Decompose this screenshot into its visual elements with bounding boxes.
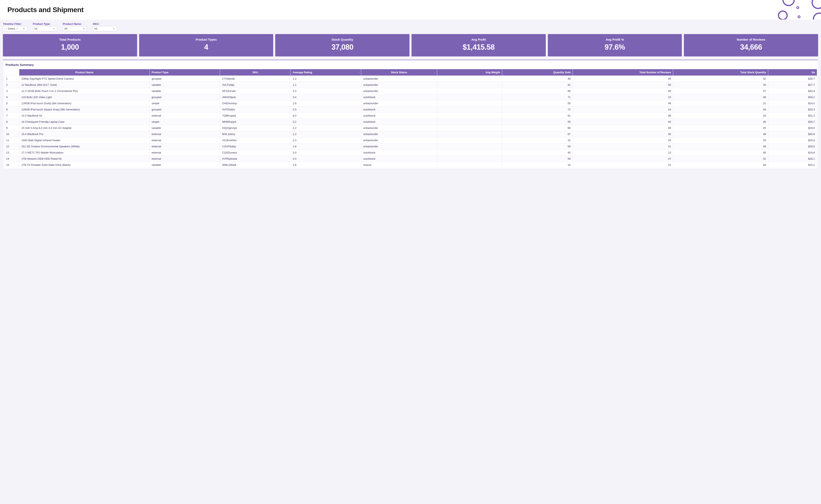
cell-product-type: external xyxy=(149,131,220,137)
cell-product-name: 14 Checkpoint Friendly Laptop Case xyxy=(19,119,150,125)
table-row[interactable]: 6128GB iPod touch (Space Gray) (6th Gene… xyxy=(4,106,817,112)
filter-label: Product Name: xyxy=(63,22,87,25)
cell-sku: MXLJobivy xyxy=(220,131,291,137)
product-type-select[interactable]: All xyxy=(33,26,57,31)
table-row[interactable]: 5128GB iPod touch (Gold) (6th Generation… xyxy=(4,100,817,106)
table-row[interactable]: 4120 Bulb LED Video LightgroupedJWHOifpo… xyxy=(4,94,817,100)
cell-stock-status: onbackorder xyxy=(361,137,437,143)
table-row[interactable]: 713.3 MacBook AirexternalTQBKsqxpf4.0out… xyxy=(4,112,817,119)
cell-sales: $26,1 xyxy=(768,156,817,162)
cell-total-reviews: 50 xyxy=(573,82,673,88)
col-product-name[interactable]: Product Name xyxy=(19,69,150,76)
cell-average-rating: 1.2 xyxy=(291,76,361,82)
cell-product-type: variable xyxy=(149,125,220,131)
table-row[interactable]: 312.3 32GB Multi-Touch 2-in-1 Chromebook… xyxy=(4,88,817,94)
cell-stock-status: outofstock xyxy=(361,156,437,162)
cell-sales: $28,6 xyxy=(768,125,817,131)
table-row[interactable]: 915-Volt 3 Amp 6.0 mm-3.0 mm AC Adapterv… xyxy=(4,125,817,131)
filter-label: Product Type: xyxy=(33,22,57,25)
cell-sales: $24,0 xyxy=(768,100,817,106)
table-row[interactable]: 151TB T5 Portable Solid-State Drive (Bla… xyxy=(4,162,817,168)
cell-avg-weight xyxy=(437,162,502,168)
col-label: Sa xyxy=(812,71,815,74)
sku-select[interactable]: All xyxy=(93,26,117,31)
cell-product-name: 15-Volt 3 Amp 6.0 mm-3.0 mm AC Adapter xyxy=(19,125,150,131)
cell-product-name: 1080p Day/Night PTZ Speed Dome Camera xyxy=(19,76,150,82)
cell-stock-status: onbackorder xyxy=(361,82,437,88)
timeline-filter-select[interactable]: --- Select --- xyxy=(3,26,27,31)
cell-average-rating: 1.2 xyxy=(291,131,361,137)
row-number-cell: 13 xyxy=(4,149,19,156)
cell-average-rating: 3.4 xyxy=(291,94,361,100)
filter-label: Timeline Filter: xyxy=(3,22,27,25)
cell-total-stock-qty: 44 xyxy=(673,162,768,168)
row-number-header xyxy=(4,69,19,76)
cell-product-name: 128GB iPod touch (Gold) (6th Generation) xyxy=(19,100,150,106)
table-title: Products Summary xyxy=(4,63,817,69)
row-number-cell: 14 xyxy=(4,156,19,162)
table-row[interactable]: 1317.3 WE72 7RJ Mobile Workstationextern… xyxy=(4,149,817,156)
cell-product-name: 1TB T5 Portable Solid-State Drive (Black… xyxy=(19,162,150,168)
cell-total-reviews: 49 xyxy=(573,76,673,82)
col-quantity-sold[interactable]: Quantity Sold xyxy=(502,69,573,76)
col-average-rating[interactable]: Average Rating↓ xyxy=(291,69,361,76)
cell-average-rating: 1.6 xyxy=(291,143,361,149)
cell-sku: WMLGtbedl xyxy=(220,162,291,168)
cell-total-reviews: 46 xyxy=(573,112,673,119)
table-row[interactable]: 212 MacBook (Mid 2017, Gold)variableAVLF… xyxy=(4,82,817,88)
col-sales-truncated[interactable]: Sa xyxy=(768,69,817,76)
col-sku[interactable]: SKU↓ xyxy=(220,69,291,76)
cell-avg-weight xyxy=(437,149,502,156)
kpi-value: 97.6% xyxy=(549,43,680,52)
table-scroll[interactable]: Product Name Product Type↓ SKU↓ Average … xyxy=(4,69,817,168)
cell-sales: $19,8 xyxy=(768,149,817,156)
cell-average-rating: 2.6 xyxy=(291,162,361,168)
col-product-type[interactable]: Product Type↓ xyxy=(149,69,220,76)
cell-average-rating: 3.0 xyxy=(291,149,361,156)
product-name-select[interactable]: All xyxy=(63,26,87,31)
kpi-value: $1,415.58 xyxy=(413,43,544,52)
cell-avg-weight xyxy=(437,106,502,112)
cell-stock-status: onbackorder xyxy=(361,131,437,137)
table-row[interactable]: 111500-Watt Digital Infrared Heaterexter… xyxy=(4,137,817,143)
row-number-cell: 3 xyxy=(4,88,19,94)
cell-product-type: variable xyxy=(149,82,220,88)
cell-total-stock-qty: 49 xyxy=(673,131,768,137)
table-row[interactable]: 141TB Network OEM HDD Retail Kitexternal… xyxy=(4,156,817,162)
table-row[interactable]: 814 Checkpoint Friendly Laptop Casesimpl… xyxy=(4,119,817,125)
col-stock-status[interactable]: Stock Status↓ xyxy=(361,69,437,76)
cell-avg-weight xyxy=(437,131,502,137)
row-number-cell: 5 xyxy=(4,100,19,106)
row-number-cell: 1 xyxy=(4,76,19,82)
col-avg-weight[interactable]: Avg Weight xyxy=(437,69,502,76)
cell-avg-weight xyxy=(437,100,502,106)
cell-avg-weight xyxy=(437,137,502,143)
cell-sales: $10,1 xyxy=(768,162,817,168)
row-number-cell: 9 xyxy=(4,125,19,131)
table-row[interactable]: 1015.4 MacBook ProexternalMXLJobivy1.2on… xyxy=(4,131,817,137)
cell-sku: CQSDuveso xyxy=(220,149,291,156)
row-number-cell: 8 xyxy=(4,119,19,125)
cell-total-reviews: 48 xyxy=(573,100,673,106)
col-total-reviews[interactable]: Total Number of Reviews xyxy=(573,69,673,76)
table-row[interactable]: 12151 SE Outdoor Environmental Speakers … xyxy=(4,143,817,149)
cell-product-name: 1TB Network OEM HDD Retail Kit xyxy=(19,156,150,162)
cell-sales: $27,7 xyxy=(768,82,817,88)
kpi-label: Product Types xyxy=(141,38,272,41)
cell-quantity-sold: 72 xyxy=(502,106,573,112)
cell-product-type: variable xyxy=(149,88,220,94)
kpi-label: Avg Profit xyxy=(413,38,544,41)
cell-quantity-sold: 66 xyxy=(502,125,573,131)
cell-product-name: 151 SE Outdoor Environmental Speakers (W… xyxy=(19,143,150,149)
products-table: Product Name Product Type↓ SKU↓ Average … xyxy=(4,69,817,168)
col-total-stock-qty[interactable]: Total Stock Quantity xyxy=(673,69,768,76)
cell-sku: XVFDlobtv xyxy=(220,106,291,112)
filter-product-name: Product Name: All xyxy=(63,22,87,31)
cell-total-stock-qty: 42 xyxy=(673,76,768,82)
table-row[interactable]: 11080p Day/Night PTZ Speed Dome Cameragr… xyxy=(4,76,817,82)
cell-avg-weight xyxy=(437,112,502,119)
circle-icon xyxy=(796,6,799,9)
cell-sales: $43,4 xyxy=(768,88,817,94)
cell-average-rating: 2.5 xyxy=(291,106,361,112)
row-number-cell: 2 xyxy=(4,82,19,88)
